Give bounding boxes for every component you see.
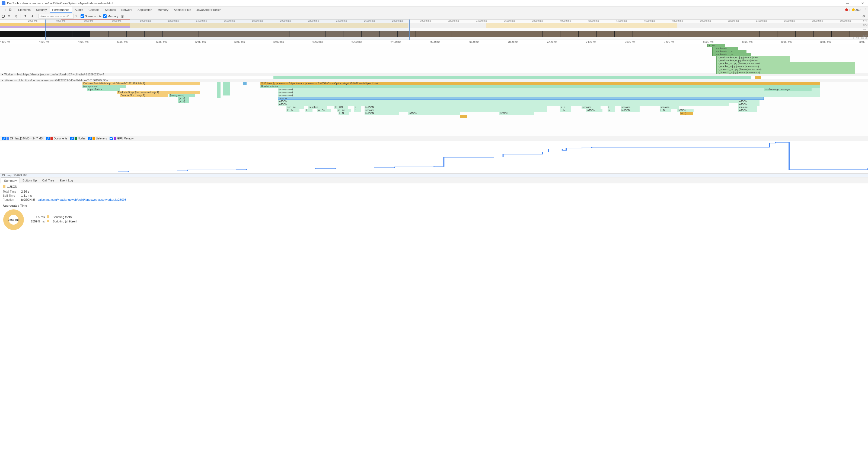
flame-bar[interactable]: serialize xyxy=(365,109,547,112)
flame-bar[interactable]: serialize xyxy=(660,106,679,109)
bottom-tab-eventlog[interactable]: Event Log xyxy=(57,178,76,183)
tab-jsprofiler[interactable]: JavaScript Profiler xyxy=(194,6,223,13)
tab-elements[interactable]: Elements xyxy=(16,6,33,13)
network-request-bar[interactable]: T_Sheet03_N.jpg (demos.janusvr.com) xyxy=(716,71,855,74)
network-request-bar[interactable]: T_Blanket_N.jpg (demos.janusvr.com) xyxy=(716,65,855,68)
flame-bar[interactable]: ser...ize xyxy=(286,106,304,109)
device-toggle-icon[interactable]: ⧉ xyxy=(7,7,13,13)
flame-bar[interactable]: toJSON xyxy=(738,100,760,103)
flame-bar[interactable]: (anonymous) xyxy=(278,91,820,94)
flame-bar[interactable]: Evaluate Script (blob:http...-4b7d-bee2-… xyxy=(83,82,199,85)
flame-bar[interactable]: Run Microtasks xyxy=(260,85,820,88)
flame-bar[interactable]: serialize xyxy=(308,106,327,109)
flame-bar[interactable]: toJSON xyxy=(677,109,693,112)
record-button[interactable] xyxy=(2,14,5,18)
flame-bar[interactable]: to...ON xyxy=(317,109,331,112)
bottom-tab-calltree[interactable]: Call Tree xyxy=(40,178,57,183)
overview-selection[interactable] xyxy=(45,20,410,40)
flame-bar[interactable]: t... xyxy=(354,109,361,112)
tab-security[interactable]: Security xyxy=(33,6,50,13)
flame-bar[interactable]: toJSON xyxy=(278,100,738,103)
flame-bar[interactable]: s... xyxy=(354,106,361,109)
tab-sources[interactable]: Sources xyxy=(102,6,119,13)
bottom-tab-summary[interactable]: Summary xyxy=(1,178,20,183)
flame-bar[interactable]: toJSON xyxy=(365,112,399,115)
expand-icon[interactable]: ▼ xyxy=(2,79,4,82)
flame-bar[interactable]: toJSON xyxy=(738,103,760,106)
recording-select[interactable]: demos.janusvr.com #1 xyxy=(38,14,74,19)
summary-function-link[interactable]: baicoianu.com/~bai/janusweb/build/janusw… xyxy=(38,198,126,201)
worker-header-2[interactable]: ▼ Worker — blob:https://demos.janusvr.co… xyxy=(0,79,868,82)
reload-record-button[interactable]: ⟳ xyxy=(6,13,12,19)
flame-bar[interactable]: t... xyxy=(305,109,312,112)
flame-bar[interactable]: toJSON xyxy=(278,103,729,106)
legend-documents[interactable]: Documents xyxy=(46,137,67,140)
tab-application[interactable]: Application xyxy=(135,6,155,13)
bottom-tab-bottomup[interactable]: Bottom-Up xyxy=(20,178,40,183)
warning-counter[interactable]: 369 xyxy=(852,8,860,11)
legend-listeners[interactable]: Listeners xyxy=(88,137,107,140)
network-request-bar[interactable]: T_BackPack08_N.jpg (demos.janusvr... xyxy=(716,59,790,62)
screenshots-checkbox[interactable]: Screenshots xyxy=(81,14,101,18)
flame-bar[interactable]: serialize xyxy=(738,106,757,109)
flame-bar[interactable]: postMessage.message xyxy=(764,88,812,91)
tab-memory[interactable]: Memory xyxy=(155,6,171,13)
network-request-bar[interactable]: T_Sheet03_BC.jpg (demos.janusvr.com) xyxy=(716,68,855,71)
flame-bar[interactable] xyxy=(273,76,751,79)
flame-bar[interactable]: M(...) xyxy=(680,112,693,115)
network-request-bar[interactable]: T_BackPack07_N... xyxy=(712,53,751,56)
memory-checkbox[interactable]: Memory xyxy=(103,14,118,18)
legend-gpu[interactable]: GPU Memory xyxy=(110,137,134,140)
flame-bar[interactable]: s... xyxy=(608,109,615,112)
flame-bar[interactable] xyxy=(755,76,761,79)
gc-button[interactable]: 🗑 xyxy=(120,13,125,19)
flame-bar[interactable]: (anonymous) xyxy=(278,88,820,91)
network-request-bar[interactable]: T_BackPack07_BC... xyxy=(712,50,746,53)
inspect-icon[interactable]: ◻ xyxy=(1,7,7,13)
flame-bar[interactable]: XHR Load (p.janusvr.com/https://demos.ja… xyxy=(260,82,820,85)
memory-chart[interactable] xyxy=(0,141,868,174)
flame-bar[interactable]: t...N xyxy=(339,112,349,115)
save-profile-button[interactable]: ⬇ xyxy=(30,13,35,19)
window-minimize-button[interactable]: — xyxy=(844,1,851,6)
collapse-icon[interactable]: ▶ xyxy=(2,73,3,76)
window-maximize-button[interactable]: ☐ xyxy=(851,1,859,6)
flame-bar[interactable]: toJSON xyxy=(278,97,764,100)
flame-bar[interactable]: toJSON xyxy=(499,112,534,115)
flame-bar[interactable]: (anonymous) xyxy=(83,85,126,88)
flame-bar[interactable]: t...N xyxy=(560,109,571,112)
flame-bar[interactable]: toJSON xyxy=(738,109,757,112)
flame-bar[interactable]: serialize xyxy=(582,106,600,109)
tab-console[interactable]: Console xyxy=(86,6,102,13)
network-lane[interactable]: T_Ba...T_BackPack0...T_BackPack07_BC...T… xyxy=(0,44,868,73)
clear-button[interactable]: ⊘ xyxy=(13,13,19,19)
network-request-bar[interactable]: T_BackPack0... xyxy=(712,47,738,50)
load-profile-button[interactable]: ⬆ xyxy=(23,13,28,19)
flame-bar[interactable]: to...ON xyxy=(334,106,348,109)
flame-bar[interactable]: toJSON xyxy=(621,109,640,112)
network-request-bar[interactable]: T_BackPack08_BC.jpg (demos.janus... xyxy=(716,56,790,59)
flame-chart[interactable]: Evaluate Script (blob:http...-4b7d-bee2-… xyxy=(0,82,868,136)
flame-bar[interactable]: serialize xyxy=(621,106,640,109)
flame-bar[interactable] xyxy=(460,115,467,118)
error-counter[interactable]: 2 xyxy=(845,8,850,11)
tab-adblock[interactable]: Adblock Plus xyxy=(171,6,194,13)
flame-bar[interactable]: Evaluate Script (ba...assetworker.js:1) xyxy=(117,91,199,94)
flame-bar[interactable]: t...N xyxy=(660,109,671,112)
flame-bar[interactable]: toJSON xyxy=(365,106,547,109)
network-request-bar[interactable]: T_Ba... xyxy=(707,44,725,47)
network-request-bar[interactable]: T_Blanket_BC.jpg (demos.janusvr.com) xyxy=(716,62,855,65)
overview-timeline[interactable]: 2000 ms4000 ms6000 ms8000 ms10000 ms1200… xyxy=(0,20,868,40)
more-icon[interactable]: ⋮ xyxy=(862,7,868,13)
legend-jsheap[interactable]: JS Heap[3.5 MB – 24.7 MB] xyxy=(2,137,43,140)
tab-performance[interactable]: Performance xyxy=(50,6,72,13)
legend-nodes[interactable]: Nodes xyxy=(70,137,86,140)
flame-bar[interactable]: s...e xyxy=(560,106,571,109)
flame-bar[interactable]: (a...s) xyxy=(178,97,189,100)
detail-ruler[interactable]: 4400 ms4600 ms4800 ms5000 ms5200 ms5400 … xyxy=(0,40,868,44)
flame-bar[interactable]: (anonymous) xyxy=(278,94,820,97)
settings-icon[interactable]: ⚙ xyxy=(861,13,866,19)
tab-network[interactable]: Network xyxy=(119,6,135,13)
flame-bar[interactable]: toJSON xyxy=(408,112,460,115)
flame-bar[interactable]: Compile Scr...rker.js:1) xyxy=(120,94,167,97)
